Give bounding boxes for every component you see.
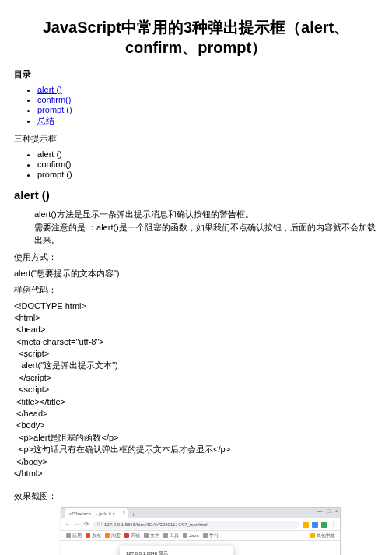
list-item: prompt () xyxy=(37,170,378,179)
folder-icon xyxy=(105,533,110,538)
extension-icon[interactable] xyxy=(312,522,318,528)
new-tab-button[interactable]: + xyxy=(128,511,139,518)
browser-tab[interactable]: <!Thatisch... - jsdo.it × × xyxy=(65,508,128,518)
forward-icon[interactable]: → xyxy=(74,521,80,528)
bookmark-item[interactable]: 学习 xyxy=(203,532,219,539)
minimize-icon[interactable]: — xyxy=(317,508,323,514)
bookmark-item[interactable]: 文档 xyxy=(144,532,159,539)
threebox-list: alert () confirm() prompt () xyxy=(14,149,378,179)
browser-screenshot: <!Thatisch... - jsdo.it × × + — □ × ← → … xyxy=(61,507,341,555)
back-icon[interactable]: ← xyxy=(65,521,71,528)
screenshot-label: 效果截图： xyxy=(14,490,378,502)
browser-tabbar: <!Thatisch... - jsdo.it × × + — □ × xyxy=(61,508,340,518)
bookmark-item[interactable]: 淘宝 xyxy=(105,532,121,539)
maximize-icon[interactable]: □ xyxy=(327,508,331,514)
tab-title: <!Thatisch... - jsdo.it × xyxy=(69,511,115,516)
bookmark-item[interactable]: 工具 xyxy=(163,532,179,539)
bookmark-item[interactable]: 天猫 xyxy=(124,532,140,539)
folder-icon xyxy=(310,533,315,538)
page-title: JavaScript中常用的3种弹出提示框（alert、confirm、prom… xyxy=(14,17,378,58)
extension-icon[interactable] xyxy=(321,522,327,528)
bookmark-item[interactable]: 应用 xyxy=(66,532,82,539)
bookmark-other[interactable]: 其他书签 xyxy=(310,532,335,539)
alert-heading: alert () xyxy=(14,188,378,202)
threebox-heading: 三种提示框 xyxy=(14,133,378,145)
alert-dialog: 127.0.0.1:8848 显示 这 "是弹出提示文本" 确定 xyxy=(120,546,233,555)
dialog-origin: 127.0.0.1:8848 显示 xyxy=(126,550,227,555)
alert-desc2: 需要注意的是 ：alert()是一个阻塞的函数，如果我们不点确认按钮，后面的内容… xyxy=(34,221,378,247)
close-window-icon[interactable]: × xyxy=(335,508,338,514)
folder-icon xyxy=(203,533,208,538)
folder-icon xyxy=(144,533,149,538)
bookmarks-bar: 应用 京东 淘宝 天猫 文档 工具 Java 学习 其他书签 xyxy=(61,531,340,541)
bookmark-item[interactable]: 京东 xyxy=(86,532,101,539)
reload-icon[interactable]: ⟳ xyxy=(83,521,89,528)
folder-icon xyxy=(86,533,90,538)
address-bar[interactable]: ⓘ 127.0.0.1:8848/html/1DAY/20201117/07_t… xyxy=(93,521,299,529)
info-icon: ⓘ xyxy=(97,521,102,528)
extension-icon[interactable] xyxy=(303,522,309,528)
folder-icon xyxy=(163,533,168,538)
url-text: 127.0.0.1:8848/html/1DAY/20201117/07_tes… xyxy=(104,522,208,527)
toc-link-alert[interactable]: alert () xyxy=(37,85,62,94)
usage-code: alert("想要提示的文本内容") xyxy=(14,268,378,279)
toc-link-prompt[interactable]: prompt () xyxy=(37,105,72,114)
toc-link-summary[interactable]: 总结 xyxy=(37,116,54,125)
code-block: <!DOCTYPE html> <html> <head> <meta char… xyxy=(14,300,378,480)
list-item: alert () xyxy=(37,149,378,159)
browser-viewport: 127.0.0.1:8848 显示 这 "是弹出提示文本" 确定 xyxy=(61,541,340,555)
folder-icon xyxy=(183,533,187,538)
list-item: confirm() xyxy=(37,160,378,169)
apps-icon xyxy=(66,533,71,538)
toc-list: alert () confirm() prompt () 总结 xyxy=(14,85,378,127)
usage-label: 使用方式： xyxy=(14,251,378,263)
toc-heading: 目录 xyxy=(14,68,378,80)
bookmark-item[interactable]: Java xyxy=(183,533,199,538)
sample-label: 样例代码： xyxy=(14,284,378,296)
alert-desc1: alert()方法是显示一条弹出提示消息和确认按钮的警告框。 xyxy=(34,208,378,221)
close-icon[interactable]: × xyxy=(123,510,126,515)
address-bar-row: ← → ⟳ ⓘ 127.0.0.1:8848/html/1DAY/2020111… xyxy=(61,518,340,531)
menu-icon[interactable]: ⋮ xyxy=(331,521,337,528)
toc-link-confirm[interactable]: confirm() xyxy=(37,95,71,104)
folder-icon xyxy=(124,533,129,538)
